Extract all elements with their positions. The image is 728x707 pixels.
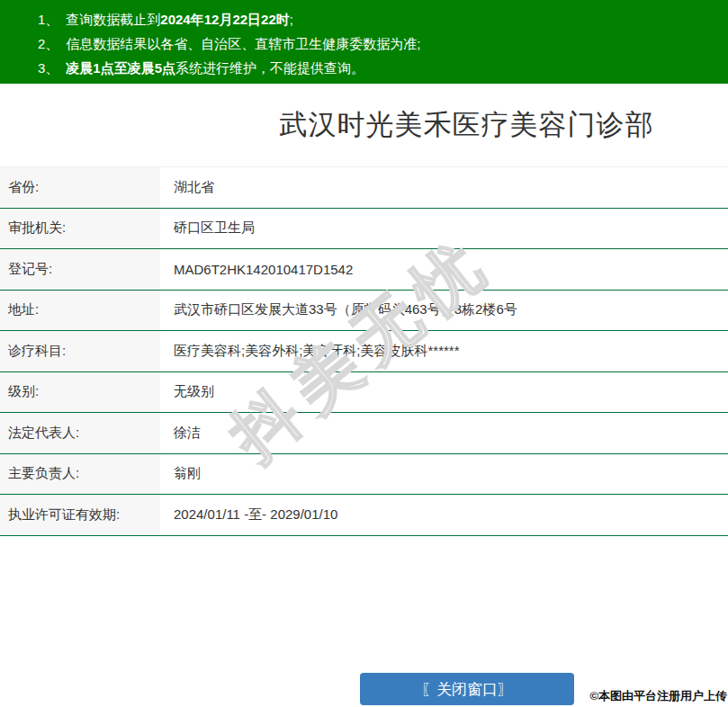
row-value: 翁刚 bbox=[160, 454, 728, 495]
row-label: 级别: bbox=[0, 372, 160, 413]
page-title: 武汉时光美禾医疗美容门诊部 bbox=[280, 106, 654, 144]
row-label: 省份: bbox=[0, 167, 160, 208]
notice-text-pre: 查询数据截止到 bbox=[66, 12, 160, 27]
row-value: 医疗美容科;美容外科;美容牙科;美容皮肤科****** bbox=[160, 331, 728, 371]
row-value: 2024/01/11 -至- 2029/01/10 bbox=[160, 495, 728, 535]
close-window-button[interactable]: 〖关闭窗口〗 bbox=[360, 673, 574, 705]
table-row: 地址: 武汉市硚口区发展大道33号（原常码头463号）3栋2楼6号 bbox=[0, 291, 728, 332]
table-row: 主要负责人: 翁刚 bbox=[0, 454, 728, 496]
row-label: 执业许可证有效期: bbox=[0, 495, 160, 535]
notice-number: 1、 bbox=[38, 7, 58, 31]
notice-text: 信息数据结果以各省、自治区、直辖市卫生健康委数据为准; bbox=[66, 31, 420, 56]
row-value: 湖北省 bbox=[160, 167, 728, 208]
table-row: 诊疗科目: 医疗美容科;美容外科;美容牙科;美容皮肤科****** bbox=[0, 331, 728, 372]
row-label: 登记号: bbox=[0, 249, 160, 290]
attribution-text: ©本图由平台注册用户上传 bbox=[589, 688, 727, 704]
notice-text-pre: 信息数据结果以各省、自治区、直辖市卫生健康委数据为准; bbox=[66, 36, 420, 51]
row-label: 法定代表人: bbox=[0, 413, 160, 453]
notice-text-bold: 凌晨1点至凌晨5点 bbox=[66, 60, 175, 76]
notice-text-post: 系统进行维护，不能提供查询。 bbox=[175, 60, 364, 76]
row-label: 主要负责人: bbox=[0, 454, 160, 495]
table-row: 登记号: MAD6T2HK142010417D1542 bbox=[0, 249, 728, 291]
notice-item: 2、 信息数据结果以各省、自治区、直辖市卫生健康委数据为准; bbox=[38, 31, 728, 56]
row-label: 审批机关: bbox=[0, 209, 160, 249]
info-table: 省份: 湖北省 审批机关: 硚口区卫生局 登记号: MAD6T2HK142010… bbox=[0, 166, 728, 536]
notice-item: 1、 查询数据截止到2024年12月22日22时; bbox=[38, 7, 728, 31]
row-value: 硚口区卫生局 bbox=[160, 209, 728, 249]
row-value: 徐洁 bbox=[160, 413, 728, 453]
row-label: 地址: bbox=[0, 291, 160, 331]
table-row: 省份: 湖北省 bbox=[0, 167, 728, 209]
notice-text-bold: 2024年12月22日22时 bbox=[160, 12, 289, 27]
table-row: 执业许可证有效期: 2024/01/11 -至- 2029/01/10 bbox=[0, 495, 728, 536]
row-value: MAD6T2HK142010417D1542 bbox=[160, 249, 728, 290]
notice-text: 凌晨1点至凌晨5点系统进行维护，不能提供查询。 bbox=[66, 56, 364, 80]
row-value: 无级别 bbox=[160, 372, 728, 413]
table-row: 法定代表人: 徐洁 bbox=[0, 413, 728, 454]
notice-number: 2、 bbox=[38, 31, 58, 56]
table-row: 审批机关: 硚口区卫生局 bbox=[0, 209, 728, 250]
notice-text-post: ; bbox=[290, 12, 293, 27]
table-row: 级别: 无级别 bbox=[0, 372, 728, 414]
row-value: 武汉市硚口区发展大道33号（原常码头463号）3栋2楼6号 bbox=[160, 291, 728, 331]
notice-bar: 1、 查询数据截止到2024年12月22日22时; 2、 信息数据结果以各省、自… bbox=[0, 0, 728, 84]
title-section: 武汉时光美禾医疗美容门诊部 bbox=[0, 84, 728, 166]
notice-number: 3、 bbox=[38, 56, 58, 80]
notice-item: 3、 凌晨1点至凌晨5点系统进行维护，不能提供查询。 bbox=[38, 56, 728, 80]
row-label: 诊疗科目: bbox=[0, 331, 160, 371]
notice-text: 查询数据截止到2024年12月22日22时; bbox=[66, 7, 293, 31]
